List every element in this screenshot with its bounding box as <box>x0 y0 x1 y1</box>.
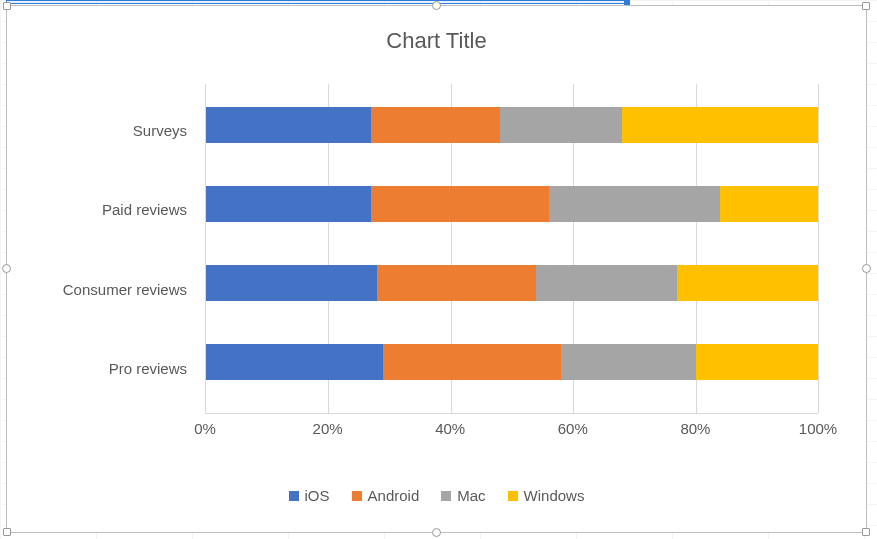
bar-segment-ios[interactable] <box>206 186 371 222</box>
legend-item-android[interactable]: Android <box>352 487 420 504</box>
resize-handle-top-right[interactable] <box>862 2 870 10</box>
legend[interactable]: iOSAndroidMacWindows <box>15 487 858 504</box>
bar-segment-mac[interactable] <box>500 107 622 143</box>
bar-row[interactable] <box>206 344 818 380</box>
legend-label: Mac <box>457 487 485 504</box>
bar-segment-mac[interactable] <box>549 186 720 222</box>
resize-handle-left[interactable] <box>2 264 11 273</box>
bar-segment-mac[interactable] <box>561 344 696 380</box>
bar-segment-windows[interactable] <box>677 265 818 301</box>
x-tick-label: 0% <box>194 420 216 437</box>
legend-swatch <box>508 491 518 501</box>
bar-segment-android[interactable] <box>383 344 560 380</box>
chart-area[interactable]: Chart Title Surveys Paid reviews Consume… <box>15 14 858 524</box>
bar-segment-android[interactable] <box>377 265 536 301</box>
resize-handle-top-left[interactable] <box>3 2 11 10</box>
bar-segment-ios[interactable] <box>206 344 383 380</box>
legend-item-mac[interactable]: Mac <box>441 487 485 504</box>
legend-label: Windows <box>524 487 585 504</box>
bar-segment-windows[interactable] <box>696 344 818 380</box>
resize-handle-bottom-right[interactable] <box>862 528 870 536</box>
y-tick-label: Paid reviews <box>102 201 187 218</box>
gridline <box>818 84 819 413</box>
plot-area[interactable] <box>205 84 818 414</box>
x-tick-label: 80% <box>680 420 710 437</box>
legend-label: Android <box>368 487 420 504</box>
bar-row[interactable] <box>206 265 818 301</box>
x-tick-label: 20% <box>313 420 343 437</box>
legend-swatch <box>352 491 362 501</box>
bar-segment-windows[interactable] <box>720 186 818 222</box>
bar-segment-android[interactable] <box>371 186 548 222</box>
legend-swatch <box>441 491 451 501</box>
x-tick-label: 40% <box>435 420 465 437</box>
legend-item-windows[interactable]: Windows <box>508 487 585 504</box>
bar-segment-windows[interactable] <box>622 107 818 143</box>
legend-item-ios[interactable]: iOS <box>289 487 330 504</box>
plot-area-wrap: Surveys Paid reviews Consumer reviews Pr… <box>45 84 828 414</box>
cell-selection-marquee <box>6 0 628 4</box>
x-tick-label: 100% <box>799 420 837 437</box>
bar-segment-ios[interactable] <box>206 265 377 301</box>
resize-handle-bottom[interactable] <box>432 528 441 537</box>
x-axis[interactable]: 0%20%40%60%80%100% <box>205 414 818 442</box>
y-tick-label: Pro reviews <box>109 359 187 376</box>
bar-segment-ios[interactable] <box>206 107 371 143</box>
legend-label: iOS <box>305 487 330 504</box>
chart-object[interactable]: Chart Title Surveys Paid reviews Consume… <box>6 5 867 533</box>
resize-handle-right[interactable] <box>862 264 871 273</box>
bar-row[interactable] <box>206 186 818 222</box>
bar-segment-mac[interactable] <box>536 265 677 301</box>
bar-row[interactable] <box>206 107 818 143</box>
resize-handle-bottom-left[interactable] <box>3 528 11 536</box>
bar-segment-android[interactable] <box>371 107 500 143</box>
chart-title[interactable]: Chart Title <box>15 14 858 64</box>
resize-handle-top[interactable] <box>432 1 441 10</box>
legend-swatch <box>289 491 299 501</box>
x-tick-label: 60% <box>558 420 588 437</box>
y-axis[interactable]: Surveys Paid reviews Consumer reviews Pr… <box>45 84 195 414</box>
y-tick-label: Consumer reviews <box>63 280 187 297</box>
y-tick-label: Surveys <box>133 122 187 139</box>
